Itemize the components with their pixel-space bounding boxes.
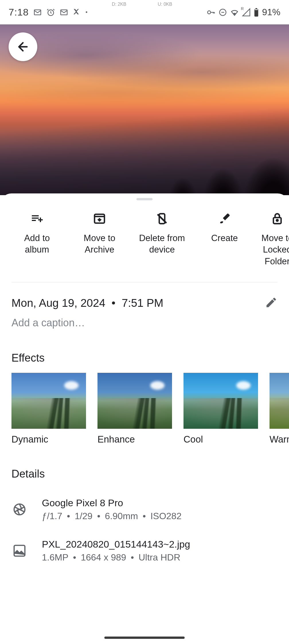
x-icon [73,8,81,16]
action-label: Move toArchive [84,232,115,256]
svg-rect-6 [255,8,257,9]
svg-point-11 [276,220,278,221]
signal-icon: R [242,8,251,17]
bottom-sheet: Add toalbum Move toArchive Delete fromde… [0,193,289,644]
photo-datetime: Mon, Aug 19, 2024 • 7:51 PM [11,297,163,309]
alarm-icon [46,8,55,17]
actions-row[interactable]: Add toalbum Move toArchive Delete fromde… [0,209,289,270]
lock-icon [270,212,284,226]
battery-icon [253,8,259,17]
effect-enhance[interactable]: Enhance [97,373,172,445]
file-name: PXL_20240820_015144143~2.jpg [42,539,190,550]
image-icon [11,543,28,559]
file-info: 1.6MP• 1664 x 989• Ultra HDR [42,552,190,563]
effects-row[interactable]: Dynamic Enhance Cool Warm [0,373,289,445]
file-details-row: PXL_20240820_015144143~2.jpg 1.6MP• 1664… [11,530,278,571]
details-section-title: Details [0,445,289,489]
effects-section-title: Effects [0,329,289,373]
action-label: Create [211,232,238,244]
aperture-icon [11,501,28,517]
gmail-icon [33,8,42,17]
playlist-add-icon [30,212,44,226]
camera-details-row: Google Pixel 8 Pro ƒ/1.7• 1/29• 6.90mm• … [11,489,278,530]
effect-thumbnail [97,373,172,429]
delete-from-device-button[interactable]: Delete fromdevice [131,209,193,270]
arrow-left-icon [16,40,30,54]
action-label: Move toLocked Folder [256,232,289,267]
action-label: Delete fromdevice [139,232,185,256]
nav-home-handle[interactable] [104,637,185,639]
caption-input[interactable]: Add a caption… [0,310,289,329]
effect-label: Cool [183,434,258,445]
photo-preview[interactable] [0,24,289,195]
net-down: D: 2KB [112,2,126,7]
svg-rect-7 [255,9,258,10]
add-to-album-button[interactable]: Add toalbum [6,209,68,270]
battery-percent: 91% [262,7,280,18]
effect-thumbnail [183,373,258,429]
status-time: 7:18 [9,7,29,18]
effect-label: Warm [270,434,289,445]
action-label: Add toalbum [24,232,50,256]
svg-point-3 [208,11,211,14]
archive-icon [93,212,106,226]
dnd-icon [218,8,227,17]
vpn-key-icon [206,8,216,17]
effect-thumbnail [270,373,289,429]
camera-exif: ƒ/1.7• 1/29• 6.90mm• ISO282 [42,511,181,521]
effect-dynamic[interactable]: Dynamic [11,373,86,445]
caption-placeholder: Add a caption… [11,317,85,329]
gmail-icon-2 [60,8,68,17]
brush-icon [218,212,231,226]
move-to-locked-folder-button[interactable]: Move toLocked Folder [256,209,289,270]
back-button[interactable] [9,32,37,61]
create-button[interactable]: Create [193,209,256,270]
device-off-icon [155,212,169,226]
status-bar: D: 2KB U: 0KB 7:18 • R 91% [0,0,289,24]
pencil-icon [265,296,278,309]
dot-icon: • [85,9,87,15]
effect-label: Dynamic [11,434,86,445]
edit-datetime-button[interactable] [265,296,278,310]
effect-warm[interactable]: Warm [270,373,289,445]
effect-cool[interactable]: Cool [183,373,258,445]
camera-model: Google Pixel 8 Pro [42,497,181,509]
sheet-drag-handle[interactable] [136,198,153,200]
move-to-archive-button[interactable]: Move toArchive [68,209,131,270]
net-up: U: 0KB [158,2,172,7]
effect-thumbnail [11,373,86,429]
effect-label: Enhance [97,434,172,445]
wifi-icon [230,8,239,17]
